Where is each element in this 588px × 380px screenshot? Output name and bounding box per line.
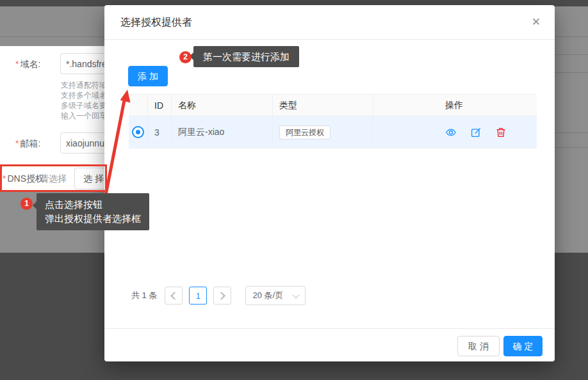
- domain-input[interactable]: [60, 53, 104, 74]
- annotation-badge-1: 1: [20, 198, 33, 210]
- select-column-header: [129, 95, 148, 116]
- email-label: *邮箱:: [15, 132, 40, 154]
- id-column-header: ID: [148, 95, 172, 116]
- annotation-tooltip-1: 点击选择按钮 弹出授权提供者选择框: [37, 193, 149, 230]
- type-column-header: 类型: [273, 95, 373, 116]
- tooltip-arrow: [33, 202, 37, 209]
- close-icon[interactable]: ✕: [532, 5, 541, 40]
- type-tag: 阿里云授权: [279, 125, 331, 139]
- domain-hint-line: 支持多个域名、: [61, 90, 104, 100]
- tooltip-line: 点击选择按钮: [45, 198, 141, 212]
- cancel-button[interactable]: 取 消: [457, 336, 500, 356]
- annotation-tooltip-2: 第一次需要进行添加: [193, 46, 299, 67]
- edit-icon[interactable]: [470, 127, 482, 138]
- dialog-footer: 取 消 确 定: [104, 328, 555, 361]
- row-type-cell: 阿里云授权: [273, 116, 373, 148]
- prev-page-button[interactable]: [165, 287, 183, 305]
- tooltip-line: 弹出授权提供者选择框: [45, 212, 141, 226]
- page-size-value: 20 条/页: [252, 290, 283, 301]
- annotation-badge-2: 2: [179, 51, 192, 63]
- dialog-title: 选择授权提供者: [120, 5, 192, 40]
- row-id-cell: 3: [148, 116, 172, 148]
- domain-hint-line: 支持通配符域名: [61, 80, 104, 90]
- select-auth-provider-dialog: 选择授权提供者 ✕ 添 加 ID 名称 类型 操作 3 阿里云-xiao 阿里云…: [104, 5, 555, 361]
- provider-table: ID 名称 类型 操作 3 阿里云-xiao 阿里云授权: [129, 94, 537, 148]
- next-page-button[interactable]: [213, 287, 231, 305]
- add-button[interactable]: 添 加: [128, 66, 168, 86]
- row-select-cell: [129, 116, 148, 148]
- table-header-row: ID 名称 类型 操作: [129, 94, 537, 116]
- chevron-down-icon: [293, 291, 300, 298]
- pagination-total: 共 1 条: [131, 290, 157, 301]
- chevron-right-icon: [218, 292, 226, 300]
- actions-column-header: 操作: [373, 95, 537, 116]
- email-input[interactable]: [60, 132, 104, 154]
- row-radio-selected[interactable]: [132, 126, 144, 138]
- tooltip-line: 第一次需要进行添加: [203, 49, 290, 64]
- table-row[interactable]: 3 阿里云-xiao 阿里云授权: [129, 116, 537, 148]
- page-size-select[interactable]: 20 条/页: [245, 286, 306, 305]
- confirm-button[interactable]: 确 定: [503, 336, 543, 356]
- page-number-button[interactable]: 1: [189, 287, 207, 305]
- domain-hint-line: 输入一个回车之: [61, 111, 104, 121]
- required-asterisk: *: [15, 59, 19, 69]
- pagination: 共 1 条 1 20 条/页: [131, 286, 306, 305]
- view-icon[interactable]: [445, 127, 457, 138]
- dialog-header: 选择授权提供者 ✕: [104, 5, 555, 40]
- delete-icon[interactable]: [495, 127, 507, 138]
- row-actions-cell: [373, 116, 537, 148]
- name-column-header: 名称: [172, 95, 273, 116]
- screen: *域名: 支持通配符域名 支持多个域名、 多级子域名要分 输入一个回车之 *邮箱…: [0, 0, 588, 380]
- required-asterisk: *: [15, 138, 19, 148]
- annotation-rect: [0, 164, 107, 192]
- domain-label: *域名:: [15, 53, 40, 75]
- domain-hint-line: 多级子域名要分: [61, 100, 104, 111]
- chevron-left-icon: [171, 292, 179, 300]
- row-name-cell: 阿里云-xiao: [172, 116, 273, 148]
